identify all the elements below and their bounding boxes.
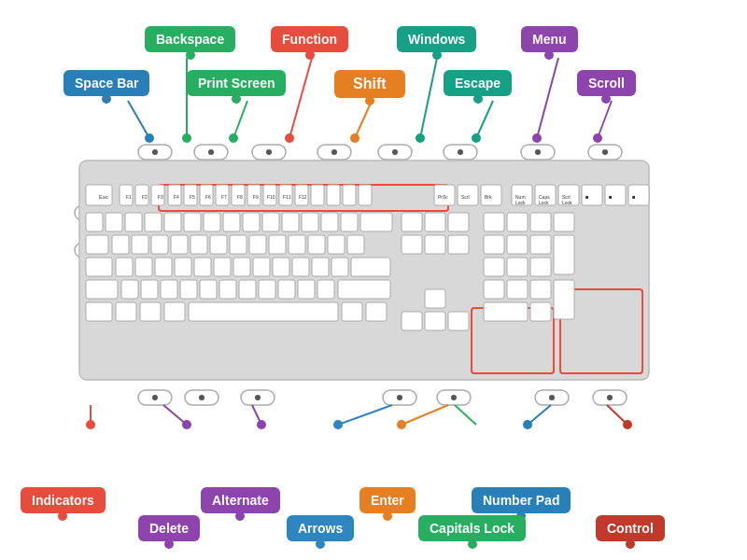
svg-rect-120 [112,235,129,254]
svg-rect-107 [282,213,299,231]
svg-rect-121 [132,235,148,254]
svg-rect-24 [194,145,228,160]
svg-point-17 [593,133,602,143]
svg-rect-134 [425,235,445,254]
svg-rect-30 [378,145,412,160]
svg-rect-79 [232,185,245,205]
svg-rect-160 [161,280,177,299]
svg-text:■: ■ [585,194,589,200]
svg-rect-182 [402,312,422,330]
diagram-container: Esc F1 F2 F3 F4 F5 F6 F7 F8 F9 F10 F11 F… [0,0,747,560]
svg-rect-167 [298,280,315,299]
svg-rect-99 [125,213,142,231]
svg-rect-38 [138,390,172,405]
svg-rect-50 [593,390,627,405]
svg-rect-166 [278,280,295,299]
svg-rect-112 [402,213,422,231]
svg-point-37 [602,149,608,155]
svg-point-41 [199,395,204,400]
svg-text:Num: Num [515,194,526,200]
svg-line-12 [355,101,372,138]
svg-rect-110 [341,213,358,231]
svg-point-13 [350,133,359,143]
svg-text:F1: F1 [126,194,132,200]
svg-rect-126 [230,235,247,254]
svg-rect-82 [279,185,292,205]
svg-line-58 [338,405,392,425]
svg-rect-131 [328,235,345,254]
svg-point-27 [266,149,272,155]
svg-point-5 [416,133,425,143]
svg-rect-139 [554,235,574,274]
svg-rect-116 [507,213,528,231]
svg-rect-93 [558,185,579,205]
svg-rect-42 [241,390,275,405]
svg-rect-70 [472,308,554,373]
svg-rect-105 [243,213,260,231]
svg-rect-119 [86,235,108,254]
svg-rect-111 [360,213,392,231]
svg-rect-73 [135,185,148,205]
svg-rect-74 [151,185,164,205]
svg-text:F10: F10 [267,194,275,200]
svg-line-8 [128,101,149,138]
scroll-label: Scroll [577,70,636,96]
svg-rect-162 [200,280,217,299]
svg-point-63 [523,420,532,429]
svg-rect-89 [458,185,478,205]
svg-rect-172 [507,280,528,299]
svg-rect-178 [164,302,185,321]
svg-rect-34 [521,145,555,160]
svg-line-54 [163,405,187,425]
svg-rect-95 [605,185,626,205]
svg-rect-135 [448,235,469,254]
svg-rect-179 [189,302,338,321]
svg-point-45 [397,395,402,400]
svg-rect-157 [86,280,118,299]
svg-rect-129 [289,235,305,254]
svg-rect-122 [151,235,168,254]
svg-rect-75 [168,185,181,205]
svg-rect-155 [507,258,528,276]
svg-rect-46 [437,390,471,405]
svg-rect-26 [252,145,286,160]
svg-text:Scrl: Scrl [562,194,571,200]
svg-point-35 [535,149,541,155]
svg-rect-174 [554,280,574,319]
svg-rect-180 [342,302,362,321]
svg-rect-81 [263,185,276,205]
escape-label: Escape [444,70,512,96]
capitalslock-label: Capitals Lock [418,515,526,541]
svg-point-29 [331,149,337,155]
windows-label: Windows [397,26,476,52]
control-label: Control [596,515,665,541]
svg-line-64 [455,405,476,425]
svg-rect-94 [582,185,602,205]
svg-point-15 [472,133,481,143]
svg-line-60 [402,405,448,425]
svg-rect-173 [530,280,551,299]
svg-rect-69 [560,289,642,373]
spacebar-label: Space Bar [63,70,149,96]
svg-rect-140 [86,258,112,276]
svg-rect-171 [484,280,504,299]
svg-rect-186 [530,302,551,321]
svg-point-11 [229,133,238,143]
backspace-label: Backspace [145,26,235,52]
svg-text:Esc: Esc [99,194,108,200]
svg-text:Lock: Lock [539,200,549,205]
svg-rect-141 [116,258,133,276]
svg-rect-36 [588,145,622,160]
svg-point-39 [152,395,158,400]
svg-rect-90 [481,185,501,205]
svg-rect-83 [295,185,308,205]
svg-rect-142 [135,258,152,276]
svg-point-51 [607,395,613,400]
svg-text:F4: F4 [174,194,179,200]
svg-rect-132 [347,235,364,254]
svg-rect-170 [425,289,445,308]
svg-line-6 [537,58,558,138]
svg-rect-108 [302,213,318,231]
svg-rect-115 [484,213,504,231]
svg-rect-113 [425,213,445,231]
